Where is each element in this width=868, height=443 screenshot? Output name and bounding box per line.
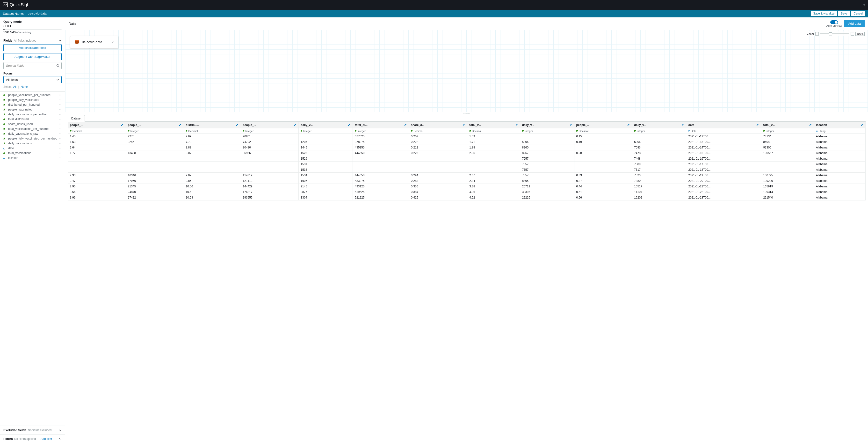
expand-excluded-icon[interactable] <box>59 429 62 432</box>
edit-column-icon[interactable] <box>515 123 518 126</box>
column-type-cell[interactable]: #Integer <box>353 128 409 134</box>
zoom-reset-button[interactable] <box>850 32 854 35</box>
edit-column-icon[interactable] <box>293 123 297 126</box>
edit-column-icon[interactable] <box>404 123 407 126</box>
edit-column-icon[interactable] <box>179 123 182 126</box>
edit-column-icon[interactable] <box>627 123 630 126</box>
cancel-button[interactable]: Cancel <box>851 11 865 16</box>
drag-handle-icon[interactable]: ::::::: <box>91 37 98 39</box>
auto-preview-toggle[interactable] <box>830 20 838 24</box>
zoom-slider[interactable] <box>820 33 849 34</box>
edit-column-icon[interactable] <box>121 123 124 126</box>
field-more-icon[interactable]: ⋯ <box>59 98 62 101</box>
field-item[interactable]: #total_vaccinations_per_hundred⋯ <box>3 126 62 131</box>
source-node-chevron-icon[interactable] <box>112 40 114 43</box>
field-more-icon[interactable]: ⋯ <box>59 122 62 126</box>
edit-column-icon[interactable] <box>756 123 759 126</box>
field-item[interactable]: #people_fully_vaccinated_per_hundred⋯ <box>3 136 62 141</box>
field-item[interactable]: #daily_vaccinations⋯ <box>3 141 62 146</box>
field-item[interactable]: ▢date⋯ <box>3 146 62 151</box>
zoom-fit-button[interactable] <box>815 32 819 35</box>
column-header[interactable]: people_... <box>574 122 632 128</box>
column-header[interactable]: people_... <box>126 122 184 128</box>
field-more-icon[interactable]: ⋯ <box>59 151 62 155</box>
add-filter-link[interactable]: Add filter <box>40 437 52 441</box>
field-item[interactable]: #daily_vaccinations_per_million⋯ <box>3 112 62 117</box>
column-header[interactable]: people_... <box>68 122 126 128</box>
excluded-fields-section[interactable]: Excluded fields No fields excluded <box>0 425 65 434</box>
field-more-icon[interactable]: ⋯ <box>59 108 62 111</box>
edit-column-icon[interactable] <box>569 123 572 126</box>
column-header[interactable]: daily_v... <box>632 122 686 128</box>
column-type-cell[interactable]: #Integer <box>299 128 353 134</box>
field-item[interactable]: #total_distributed⋯ <box>3 117 62 122</box>
field-more-icon[interactable]: ⋯ <box>59 147 62 150</box>
column-type-cell[interactable]: #Integer <box>241 128 299 134</box>
filters-section[interactable]: Filters No filters applied Add filter <box>0 434 65 443</box>
field-item[interactable]: ▭location⋯ <box>3 155 62 160</box>
field-item[interactable]: #total_vaccinations⋯ <box>3 151 62 155</box>
column-type-cell[interactable]: #Integer <box>126 128 184 134</box>
column-header[interactable]: date <box>686 122 761 128</box>
column-type-cell[interactable]: #Decimal <box>184 128 241 134</box>
column-type-cell[interactable]: #Decimal <box>467 128 520 134</box>
data-source-node[interactable]: ::::::: us-covid-data <box>70 36 118 48</box>
field-more-icon[interactable]: ⋯ <box>59 132 62 136</box>
add-data-button[interactable]: Add data <box>844 20 865 27</box>
field-more-icon[interactable]: ⋯ <box>59 137 62 140</box>
select-all-link[interactable]: All <box>13 85 17 89</box>
field-more-icon[interactable]: ⋯ <box>59 93 62 97</box>
edit-column-icon[interactable] <box>236 123 239 126</box>
augment-sagemaker-button[interactable]: Augment with SageMaker <box>3 53 62 60</box>
field-more-icon[interactable]: ⋯ <box>59 142 62 145</box>
column-type-cell[interactable]: ▢Date <box>686 128 761 134</box>
table-cell: 0.425 <box>409 195 467 201</box>
field-item[interactable]: #people_vaccinated_per_hundred⋯ <box>3 93 62 97</box>
focus-select[interactable]: All fields <box>3 76 62 83</box>
field-more-icon[interactable]: ⋯ <box>59 118 62 121</box>
column-header[interactable]: share_d... <box>409 122 467 128</box>
search-fields-input[interactable] <box>3 62 62 69</box>
field-more-icon[interactable]: ⋯ <box>59 113 62 116</box>
column-header[interactable]: people_... <box>241 122 299 128</box>
field-item[interactable]: #daily_vaccinations_raw⋯ <box>3 131 62 136</box>
save-visualize-button[interactable]: Save & visualize <box>811 11 837 16</box>
tab-dataset[interactable]: Dataset <box>68 115 85 122</box>
column-header[interactable]: total_v... <box>761 122 814 128</box>
column-header[interactable]: daily_v... <box>299 122 353 128</box>
select-none-link[interactable]: None <box>21 85 28 89</box>
edit-column-icon[interactable] <box>681 123 684 126</box>
column-header[interactable]: distribu... <box>184 122 241 128</box>
edit-column-icon[interactable] <box>462 123 465 126</box>
collapse-fields-icon[interactable] <box>59 39 62 42</box>
field-more-icon[interactable]: ⋯ <box>59 156 62 159</box>
splitter-handle[interactable]: ::::::: <box>65 112 868 114</box>
column-type-cell[interactable]: ▭String <box>814 128 865 134</box>
field-item[interactable]: #people_vaccinated⋯ <box>3 107 62 112</box>
column-header[interactable]: location <box>814 122 865 128</box>
edit-column-icon[interactable] <box>348 123 351 126</box>
expand-filters-icon[interactable] <box>59 438 62 440</box>
column-type-cell[interactable]: #Integer <box>520 128 574 134</box>
table-cell: 84040 <box>761 139 814 145</box>
column-type-cell[interactable]: #Decimal <box>409 128 467 134</box>
add-calculated-field-button[interactable]: Add calculated field <box>3 44 62 51</box>
field-item[interactable]: #share_doses_used⋯ <box>3 122 62 126</box>
field-more-icon[interactable]: ⋯ <box>59 127 62 130</box>
column-header[interactable]: total_di... <box>353 122 409 128</box>
edit-column-icon[interactable] <box>861 123 863 126</box>
column-type-cell[interactable]: #Decimal <box>574 128 632 134</box>
dataset-name-input[interactable] <box>27 11 70 16</box>
column-type-cell[interactable]: #Decimal <box>68 128 126 134</box>
canvas-grid[interactable]: Zoom 100% ::::::: us-covid-data <box>65 30 868 112</box>
column-header[interactable]: total_v... <box>467 122 520 128</box>
field-more-icon[interactable]: ⋯ <box>59 103 62 107</box>
account-chevron-icon[interactable]: ▾ <box>863 3 865 7</box>
column-header[interactable]: daily_v... <box>520 122 574 128</box>
field-item[interactable]: #people_fully_vaccinated⋯ <box>3 97 62 102</box>
column-type-cell[interactable]: #Integer <box>761 128 814 134</box>
column-type-cell[interactable]: #Integer <box>632 128 686 134</box>
save-button[interactable]: Save <box>838 11 849 16</box>
edit-column-icon[interactable] <box>809 123 812 126</box>
field-item[interactable]: #distributed_per_hundred⋯ <box>3 102 62 107</box>
